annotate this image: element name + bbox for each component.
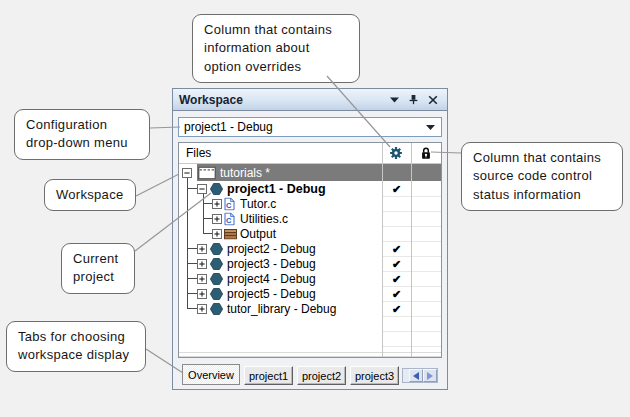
workspace-panel: Workspace xyxy=(172,88,448,390)
page: Column that contains information about o… xyxy=(0,0,630,417)
svg-text:C: C xyxy=(226,200,232,209)
expander-plus-icon[interactable] xyxy=(212,199,222,209)
tree-row-label: project2 - Debug xyxy=(227,242,316,256)
tab-overview[interactable]: Overview xyxy=(182,364,240,385)
tree-row-label: Tutor.c xyxy=(240,197,276,211)
tree-row[interactable]: CUtilities.c xyxy=(179,211,441,226)
callout-option-overrides-text: Column that contains information about o… xyxy=(204,22,332,74)
expander-plus-icon[interactable] xyxy=(197,259,207,269)
project-icon xyxy=(210,273,223,285)
expander-plus-icon[interactable] xyxy=(212,229,222,239)
gear-icon[interactable] xyxy=(390,147,403,160)
titlebar-buttons xyxy=(390,94,447,105)
project-icon xyxy=(210,258,223,270)
files-tree-pane: Files xyxy=(178,142,442,358)
expander-plus-icon[interactable] xyxy=(197,304,207,314)
tab-strip: Overviewproject1project2project3 xyxy=(177,364,443,388)
override-checkmark: ✔ xyxy=(382,272,411,285)
configuration-dropdown-value: project1 - Debug xyxy=(179,120,426,134)
tree-row[interactable]: tutor_library - Debug✔ xyxy=(179,301,441,316)
c-file-icon: C xyxy=(224,197,235,210)
expander-plus-icon[interactable] xyxy=(197,244,207,254)
tab-project1[interactable]: project1 xyxy=(244,366,293,385)
tree-row-label: project3 - Debug xyxy=(227,257,316,271)
tree-row[interactable]: Output xyxy=(179,226,441,241)
tree-row-label: Utilities.c xyxy=(240,212,288,226)
project-icon xyxy=(210,303,223,315)
tab-label: project1 xyxy=(249,370,288,382)
expander-plus-icon[interactable] xyxy=(212,214,222,224)
panel-body: project1 - Debug Files xyxy=(172,111,448,390)
tree-row-label: project5 - Debug xyxy=(227,287,316,301)
expander-plus-icon[interactable] xyxy=(197,289,207,299)
tree-row-label: tutor_library - Debug xyxy=(227,302,336,316)
callout-tabs-text: Tabs for choosing workspace display xyxy=(18,329,129,362)
tree-row[interactable]: tutorials * xyxy=(179,164,441,181)
tab-label: Overview xyxy=(188,369,234,381)
callout-option-overrides: Column that contains information about o… xyxy=(192,14,360,83)
tree-rows: tutorials *project1 - Debug✔CTutor.cCUti… xyxy=(179,164,441,357)
tree-row[interactable]: project5 - Debug✔ xyxy=(179,286,441,301)
lock-icon[interactable] xyxy=(421,146,432,160)
tree-row-label: project4 - Debug xyxy=(227,272,316,286)
window-menu-icon[interactable] xyxy=(390,97,399,103)
tree-row-label: Output xyxy=(240,227,276,241)
tree-row[interactable]: project1 - Debug✔ xyxy=(179,181,441,196)
callout-tabs: Tabs for choosing workspace display xyxy=(6,321,146,372)
callout-workspace-text: Workspace xyxy=(56,187,123,202)
override-checkmark: ✔ xyxy=(382,242,411,255)
workspace-icon xyxy=(198,166,216,179)
tree-row-label: tutorials * xyxy=(220,166,270,180)
tree-row[interactable]: project2 - Debug✔ xyxy=(179,241,441,256)
project-icon xyxy=(210,243,223,255)
override-checkmark: ✔ xyxy=(382,182,411,195)
tab-scroll-track[interactable] xyxy=(402,368,438,383)
callout-source-control-text: Column that contains source code control… xyxy=(473,150,601,202)
output-icon xyxy=(224,228,237,239)
files-column-header[interactable]: Files xyxy=(186,146,211,160)
callout-configuration: Configuration drop-down menu xyxy=(14,109,150,160)
callout-current-project: Current project xyxy=(61,243,135,294)
expander-minus-icon[interactable] xyxy=(182,168,192,178)
callout-configuration-text: Configuration drop-down menu xyxy=(26,117,128,150)
callout-source-control: Column that contains source code control… xyxy=(461,142,623,211)
tree-row[interactable]: project3 - Debug✔ xyxy=(179,256,441,271)
project-icon xyxy=(210,288,223,300)
expander-minus-icon[interactable] xyxy=(197,184,207,194)
close-icon[interactable] xyxy=(428,95,438,105)
callout-workspace: Workspace xyxy=(44,179,136,211)
tab-label: project2 xyxy=(302,370,341,382)
tab-label: project3 xyxy=(355,370,394,382)
files-header-row: Files xyxy=(179,143,441,164)
tree-row[interactable]: CTutor.c xyxy=(179,196,441,211)
tab-project2[interactable]: project2 xyxy=(297,366,346,385)
chevron-down-icon xyxy=(426,125,441,130)
pin-icon[interactable] xyxy=(408,94,419,105)
override-checkmark: ✔ xyxy=(382,257,411,270)
panel-title: Workspace xyxy=(173,93,390,107)
override-checkmark: ✔ xyxy=(382,287,411,300)
tree-row[interactable]: project4 - Debug✔ xyxy=(179,271,441,286)
tree-row-label: project1 - Debug xyxy=(227,182,326,196)
expander-plus-icon[interactable] xyxy=(197,274,207,284)
project-icon xyxy=(210,183,223,195)
callout-current-project-text: Current project xyxy=(73,251,118,284)
svg-text:C: C xyxy=(226,215,232,224)
configuration-dropdown[interactable]: project1 - Debug xyxy=(178,117,442,137)
tab-project3[interactable]: project3 xyxy=(350,366,399,385)
override-checkmark: ✔ xyxy=(382,302,411,315)
tab-scroll-left-button[interactable] xyxy=(409,369,423,382)
panel-titlebar: Workspace xyxy=(172,88,448,111)
tab-scroll-right-button[interactable] xyxy=(423,369,437,382)
c-file-icon: C xyxy=(224,212,235,225)
